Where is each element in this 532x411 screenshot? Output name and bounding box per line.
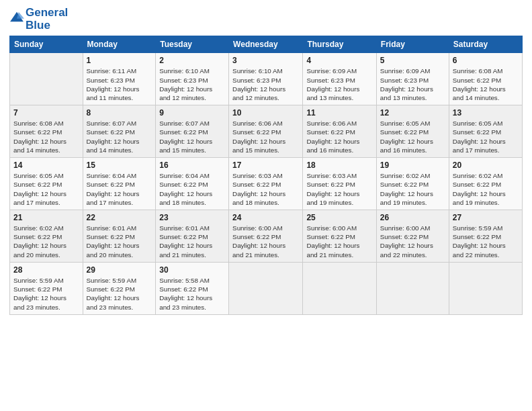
day-number: 3 [232,56,299,65]
day-info: Sunrise: 6:04 AMSunset: 6:22 PMDaylight:… [159,171,225,207]
calendar-cell: 27Sunrise: 5:59 AMSunset: 6:22 PMDayligh… [449,210,522,263]
day-number: 28 [13,265,79,275]
calendar-cell: 3Sunrise: 6:10 AMSunset: 6:23 PMDaylight… [229,53,303,105]
col-header-tuesday: Tuesday [156,36,229,53]
calendar-cell: 14Sunrise: 6:05 AMSunset: 6:22 PMDayligh… [10,158,83,210]
day-number: 12 [380,108,445,118]
day-number: 14 [13,161,79,170]
calendar-cell: 22Sunrise: 6:01 AMSunset: 6:22 PMDayligh… [83,210,156,263]
day-info: Sunrise: 5:58 AMSunset: 6:22 PMDaylight:… [159,276,225,312]
calendar-cell: 2Sunrise: 6:10 AMSunset: 6:23 PMDaylight… [156,53,229,105]
day-number: 15 [87,161,152,170]
calendar-cell: 13Sunrise: 6:05 AMSunset: 6:22 PMDayligh… [449,105,522,158]
day-info: Sunrise: 6:10 AMSunset: 6:23 PMDaylight:… [159,66,225,102]
calendar-cell: 21Sunrise: 6:02 AMSunset: 6:22 PMDayligh… [10,210,83,263]
calendar-cell: 8Sunrise: 6:07 AMSunset: 6:22 PMDaylight… [83,105,156,158]
day-number: 24 [232,213,299,222]
calendar-cell: 16Sunrise: 6:04 AMSunset: 6:22 PMDayligh… [156,158,229,210]
calendar-cell: 11Sunrise: 6:06 AMSunset: 6:22 PMDayligh… [303,105,376,158]
calendar-cell: 9Sunrise: 6:07 AMSunset: 6:22 PMDaylight… [156,105,229,158]
day-number: 21 [13,213,79,222]
day-number: 20 [453,161,519,170]
day-number: 16 [159,161,225,170]
day-number: 23 [159,213,225,222]
day-number: 9 [159,108,225,118]
logo-subtext: Blue [26,19,68,32]
col-header-monday: Monday [83,36,156,53]
calendar-cell: 30Sunrise: 5:58 AMSunset: 6:22 PMDayligh… [156,262,229,314]
calendar-cell: 29Sunrise: 5:59 AMSunset: 6:22 PMDayligh… [83,262,156,314]
day-number: 26 [380,213,445,222]
day-info: Sunrise: 6:07 AMSunset: 6:22 PMDaylight:… [87,119,152,154]
logo: General Blue [9,7,68,32]
calendar-cell [303,262,376,314]
day-info: Sunrise: 6:10 AMSunset: 6:23 PMDaylight:… [232,66,299,102]
calendar-cell: 17Sunrise: 6:03 AMSunset: 6:22 PMDayligh… [229,158,303,210]
day-number: 2 [159,56,225,65]
day-info: Sunrise: 6:00 AMSunset: 6:22 PMDaylight:… [232,224,299,259]
day-info: Sunrise: 6:01 AMSunset: 6:22 PMDaylight:… [87,224,152,259]
calendar-cell [10,53,83,105]
day-number: 6 [453,56,519,65]
day-info: Sunrise: 6:05 AMSunset: 6:22 PMDaylight:… [13,171,79,207]
day-info: Sunrise: 6:11 AMSunset: 6:23 PMDaylight:… [87,66,152,102]
calendar-cell: 4Sunrise: 6:09 AMSunset: 6:23 PMDaylight… [303,53,376,105]
calendar-cell: 5Sunrise: 6:09 AMSunset: 6:23 PMDaylight… [376,53,449,105]
day-number: 19 [380,161,445,170]
calendar-week-row: 14Sunrise: 6:05 AMSunset: 6:22 PMDayligh… [10,158,523,210]
calendar-week-row: 1Sunrise: 6:11 AMSunset: 6:23 PMDaylight… [10,53,523,105]
calendar-cell [449,262,522,314]
calendar-week-row: 21Sunrise: 6:02 AMSunset: 6:22 PMDayligh… [10,210,523,263]
day-info: Sunrise: 6:05 AMSunset: 6:22 PMDaylight:… [453,119,519,154]
day-number: 13 [453,108,519,118]
calendar-cell: 18Sunrise: 6:03 AMSunset: 6:22 PMDayligh… [303,158,376,210]
calendar-cell: 6Sunrise: 6:08 AMSunset: 6:22 PMDaylight… [449,53,522,105]
day-number: 18 [306,161,372,170]
day-number: 30 [159,265,225,275]
day-info: Sunrise: 6:01 AMSunset: 6:22 PMDaylight:… [159,224,225,259]
col-header-wednesday: Wednesday [229,36,303,53]
col-header-sunday: Sunday [10,36,83,53]
day-number: 10 [232,108,299,118]
calendar-cell: 15Sunrise: 6:04 AMSunset: 6:22 PMDayligh… [83,158,156,210]
calendar-week-row: 28Sunrise: 5:59 AMSunset: 6:22 PMDayligh… [10,262,523,314]
day-number: 27 [453,213,519,222]
day-number: 11 [306,108,372,118]
day-info: Sunrise: 6:02 AMSunset: 6:22 PMDaylight:… [453,171,519,207]
day-number: 25 [306,213,372,222]
day-info: Sunrise: 6:03 AMSunset: 6:22 PMDaylight:… [232,171,299,207]
day-info: Sunrise: 6:02 AMSunset: 6:22 PMDaylight:… [13,224,79,259]
col-header-saturday: Saturday [449,36,522,53]
day-number: 17 [232,161,299,170]
calendar-cell: 1Sunrise: 6:11 AMSunset: 6:23 PMDaylight… [83,53,156,105]
calendar-week-row: 7Sunrise: 6:08 AMSunset: 6:22 PMDaylight… [10,105,523,158]
day-info: Sunrise: 6:07 AMSunset: 6:22 PMDaylight:… [159,119,225,154]
day-info: Sunrise: 5:59 AMSunset: 6:22 PMDaylight:… [453,224,519,259]
day-number: 8 [87,108,152,118]
day-number: 22 [87,213,152,222]
day-info: Sunrise: 6:00 AMSunset: 6:22 PMDaylight:… [306,224,372,259]
day-info: Sunrise: 6:09 AMSunset: 6:23 PMDaylight:… [380,66,445,102]
day-info: Sunrise: 6:05 AMSunset: 6:22 PMDaylight:… [380,119,445,154]
page-header: General Blue [9,7,523,32]
day-info: Sunrise: 6:08 AMSunset: 6:22 PMDaylight:… [453,66,519,102]
calendar-cell: 25Sunrise: 6:00 AMSunset: 6:22 PMDayligh… [303,210,376,263]
calendar-cell [229,262,303,314]
day-info: Sunrise: 6:08 AMSunset: 6:22 PMDaylight:… [13,119,79,154]
calendar-cell: 7Sunrise: 6:08 AMSunset: 6:22 PMDaylight… [10,105,83,158]
day-number: 4 [306,56,372,65]
calendar-table: SundayMondayTuesdayWednesdayThursdayFrid… [9,36,523,314]
calendar-header-row: SundayMondayTuesdayWednesdayThursdayFrid… [10,36,523,53]
day-number: 29 [87,265,152,275]
day-number: 7 [13,108,79,118]
day-info: Sunrise: 6:04 AMSunset: 6:22 PMDaylight:… [87,171,152,207]
day-info: Sunrise: 6:06 AMSunset: 6:22 PMDaylight:… [306,119,372,154]
calendar-cell: 23Sunrise: 6:01 AMSunset: 6:22 PMDayligh… [156,210,229,263]
svg-marker-1 [17,12,24,19]
day-info: Sunrise: 6:06 AMSunset: 6:22 PMDaylight:… [232,119,299,154]
col-header-thursday: Thursday [303,36,376,53]
day-number: 5 [380,56,445,65]
calendar-cell: 12Sunrise: 6:05 AMSunset: 6:22 PMDayligh… [376,105,449,158]
calendar-cell: 26Sunrise: 6:00 AMSunset: 6:22 PMDayligh… [376,210,449,263]
calendar-cell [376,262,449,314]
